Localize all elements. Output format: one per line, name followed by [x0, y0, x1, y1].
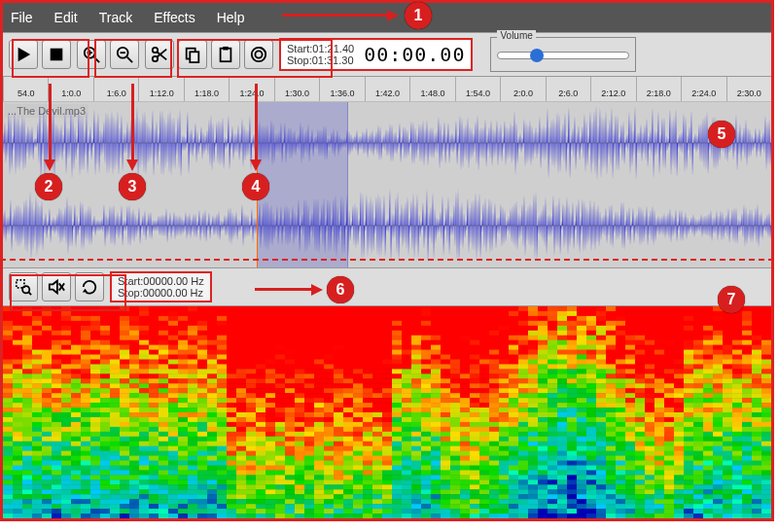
svg-rect-2372	[236, 446, 247, 451]
svg-rect-440	[120, 331, 130, 336]
cut-button[interactable]	[145, 40, 174, 69]
svg-rect-89	[596, 306, 607, 311]
ruler-tick: 2:12.0	[590, 77, 635, 101]
svg-rect-2654	[645, 461, 655, 466]
svg-rect-362	[139, 326, 150, 331]
svg-rect-1254	[256, 378, 266, 383]
svg-rect-2995	[71, 484, 82, 489]
svg-rect-2568	[586, 456, 597, 461]
menu-file[interactable]: File	[11, 10, 33, 25]
zoom-selection-button[interactable]	[9, 272, 38, 301]
svg-rect-2033	[52, 427, 62, 432]
svg-rect-2615	[265, 461, 276, 466]
svg-rect-1865	[752, 412, 762, 417]
svg-rect-1228	[3, 378, 14, 383]
svg-rect-3446	[567, 509, 578, 514]
copy-button[interactable]	[178, 40, 207, 69]
svg-rect-511	[32, 336, 43, 340]
mute-button[interactable]	[42, 272, 71, 301]
menu-track[interactable]: Track	[99, 10, 132, 25]
svg-rect-952	[431, 360, 442, 365]
svg-rect-1586	[372, 398, 383, 403]
svg-rect-557	[479, 336, 490, 340]
svg-rect-3286	[567, 499, 578, 504]
svg-rect-1088	[197, 369, 208, 373]
svg-rect-959	[499, 360, 510, 365]
zoom-out-button[interactable]	[110, 40, 139, 69]
zoom-in-button[interactable]	[77, 40, 106, 69]
svg-rect-1799	[110, 412, 121, 417]
svg-rect-2885	[557, 475, 568, 479]
svg-rect-985	[752, 360, 762, 365]
svg-rect-2453	[246, 451, 257, 456]
svg-rect-2815	[654, 470, 665, 475]
svg-rect-1906	[372, 417, 383, 422]
svg-rect-1267	[382, 378, 393, 383]
svg-rect-2097	[674, 427, 685, 432]
svg-rect-1027	[382, 364, 393, 369]
waveform-selection[interactable]	[257, 102, 349, 267]
menu-effects[interactable]: Effects	[154, 10, 195, 25]
svg-rect-3339	[304, 504, 315, 509]
spectrogram-panel[interactable]	[3, 306, 771, 518]
time-ruler[interactable]: 54.01:0.01:6.01:12.01:18.01:24.01:30.01:…	[3, 77, 771, 102]
svg-rect-1399	[110, 388, 121, 393]
svg-rect-1736	[275, 408, 286, 412]
svg-rect-1783	[732, 408, 743, 412]
svg-rect-880	[509, 355, 519, 360]
svg-rect-1161	[129, 373, 140, 378]
svg-rect-1361	[518, 383, 529, 388]
svg-rect-2614	[256, 461, 266, 466]
svg-rect-1935	[654, 417, 665, 422]
paste-button[interactable]	[211, 40, 240, 69]
svg-rect-3374	[645, 504, 655, 509]
svg-rect-986	[761, 360, 771, 365]
volume-thumb[interactable]	[530, 49, 544, 62]
svg-rect-435	[71, 331, 82, 336]
svg-rect-1964	[159, 422, 169, 427]
svg-rect-2143	[343, 432, 354, 437]
loop-button[interactable]	[75, 272, 104, 301]
stop-button[interactable]	[42, 40, 71, 69]
svg-rect-2944	[353, 479, 364, 484]
svg-rect-3078	[100, 489, 111, 494]
svg-rect-366	[178, 326, 189, 331]
svg-rect-2252	[625, 437, 636, 442]
svg-rect-84	[548, 306, 558, 311]
svg-rect-1282	[528, 378, 539, 383]
menu-edit[interactable]: Edit	[54, 10, 78, 25]
svg-rect-367	[188, 326, 198, 331]
svg-rect-1259	[304, 378, 315, 383]
svg-rect-1075	[71, 369, 82, 373]
svg-rect-280	[120, 321, 130, 326]
svg-rect-294	[256, 321, 266, 326]
volume-slider[interactable]	[497, 52, 629, 59]
svg-rect-2218	[295, 437, 305, 442]
svg-rect-549	[402, 336, 412, 340]
svg-rect-2272	[42, 442, 53, 446]
svg-rect-3199	[499, 494, 510, 499]
callout-6-arrow	[255, 288, 313, 291]
svg-rect-1458	[684, 388, 694, 393]
svg-rect-3160	[120, 494, 130, 499]
svg-rect-2105	[752, 427, 762, 432]
svg-rect-3371	[616, 504, 626, 509]
svg-rect-1728	[197, 408, 208, 412]
svg-rect-1168	[197, 373, 208, 378]
svg-rect-2031	[32, 427, 43, 432]
menu-help[interactable]: Help	[217, 10, 245, 25]
play-button[interactable]	[9, 40, 38, 69]
svg-rect-717	[479, 345, 490, 350]
svg-rect-1482	[139, 393, 150, 398]
effects-button[interactable]	[244, 40, 273, 69]
svg-rect-3116	[470, 489, 480, 494]
svg-rect-2930	[217, 479, 228, 484]
svg-rect-2147	[382, 432, 393, 437]
svg-rect-2084	[548, 427, 558, 432]
svg-rect-414	[645, 326, 655, 331]
svg-rect-2506	[761, 451, 771, 456]
svg-rect-155	[460, 311, 471, 316]
svg-rect-255	[654, 316, 665, 321]
svg-rect-2744	[742, 466, 753, 471]
svg-rect-1187	[382, 373, 393, 378]
